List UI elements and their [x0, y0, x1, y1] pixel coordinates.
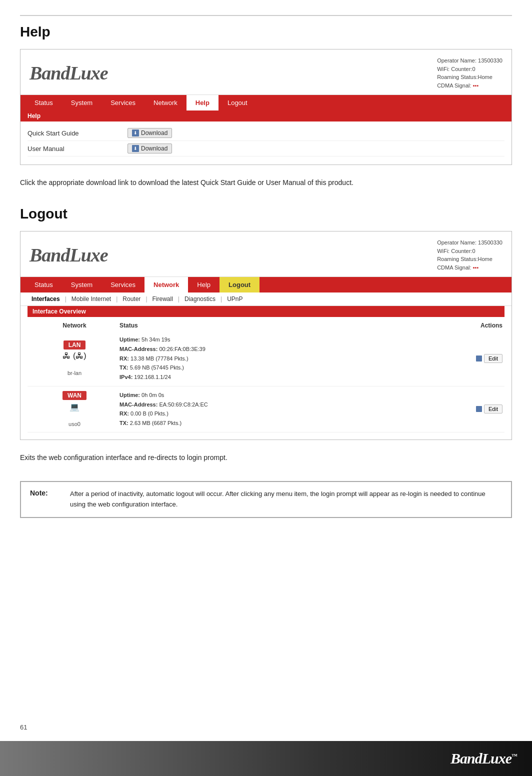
nav-status-help[interactable]: Status	[26, 95, 62, 110]
quickstart-label: Quick Start Guide	[28, 130, 128, 137]
router-box-logout: BandLuxe Operator Name: 13500330 WiFi: C…	[20, 231, 512, 440]
footer-logo: BandLuxe™	[450, 750, 517, 767]
edit-button-wan[interactable]: Edit	[484, 404, 502, 414]
subnav-upnp[interactable]: UPnP	[223, 296, 246, 302]
iface-network-cell-lan: LAN 🖧 (🖧) br-lan	[30, 340, 120, 376]
wan-icon: 💻	[30, 402, 120, 412]
iface-column-headers: Network Status Actions	[28, 322, 504, 329]
col-actions-label: Actions	[442, 322, 502, 329]
subnav-interfaces[interactable]: Interfaces	[28, 296, 64, 302]
nav-system-logout[interactable]: System	[62, 277, 102, 292]
operator-info-logout: Operator Name: 13500330 WiFi: Counter:0 …	[437, 238, 502, 272]
edit-button-lan[interactable]: Edit	[484, 354, 502, 363]
help-row-quickstart: Quick Start Guide ⬇ Download	[28, 126, 504, 141]
wan-mac: MAC-Address: EA:50:69:C8:2A:EC	[120, 400, 442, 410]
interface-section: Interface Overview Network Status Action…	[28, 306, 504, 432]
iface-network-cell-wan: WAN 💻 uso0	[30, 391, 120, 428]
operator-info-help: Operator Name: 13500330 WiFi: Counter:0 …	[437, 56, 502, 90]
lan-ipv4: IPv4: 192.168.1.1/24	[120, 372, 442, 382]
page-content: Help BandLuxe Operator Name: 13500330 Wi…	[0, 0, 532, 576]
operator-name-help: Operator Name: 13500330	[437, 56, 502, 65]
wan-name: uso0	[68, 421, 80, 427]
iface-row-wan: WAN 💻 uso0 Uptime: 0h 0m 0s MAC-Address:…	[28, 386, 504, 432]
footer: BandLuxe™	[0, 741, 532, 776]
sep3: |	[144, 296, 148, 302]
col-network-label: Network	[30, 322, 120, 329]
wan-rx: RX: 0.00 B (0 Pkts.)	[120, 409, 442, 418]
logo-text-help: BandLuxe	[30, 62, 108, 84]
help-section-title: Help	[20, 24, 512, 40]
roaming-status-help: Roaming Status:Home	[437, 73, 502, 82]
note-text: After a period of inactivity, automatic …	[70, 489, 502, 510]
sub-nav-logout: Interfaces | Mobile Internet | Router | …	[20, 292, 512, 306]
sep1: |	[64, 296, 68, 302]
sep5: |	[220, 296, 223, 302]
badge-lan: LAN	[64, 340, 86, 350]
operator-name-logout: Operator Name: 13500330	[437, 238, 502, 247]
iface-row-lan: LAN 🖧 (🖧) br-lan Uptime: 5h 34m 19s MAC-…	[28, 331, 504, 386]
quickstart-download-button[interactable]: ⬇ Download	[128, 128, 172, 138]
router-header-help: BandLuxe Operator Name: 13500330 WiFi: C…	[20, 50, 512, 95]
nav-system-help[interactable]: System	[62, 95, 102, 110]
help-body-text: Click the appropriate download link to d…	[20, 177, 512, 188]
page-number: 61	[20, 724, 27, 731]
iface-status-lan: Uptime: 5h 34m 19s MAC-Address: 00:26:FA…	[120, 335, 442, 382]
nav-services-help[interactable]: Services	[102, 95, 144, 110]
edit-icon-lan	[476, 356, 482, 362]
nav-logout-highlighted[interactable]: Logout	[220, 277, 260, 292]
badge-wan: WAN	[62, 391, 86, 400]
download-icon-quickstart: ⬇	[132, 130, 139, 136]
sep4: |	[177, 296, 180, 302]
usermanual-download-button[interactable]: ⬇ Download	[128, 144, 172, 154]
col-status-label: Status	[120, 322, 442, 329]
top-rule	[20, 15, 512, 16]
iface-actions-wan: Edit	[442, 404, 502, 414]
lan-uptime: Uptime: 5h 34m 19s	[120, 335, 442, 344]
iface-status-wan: Uptime: 0h 0m 0s MAC-Address: EA:50:69:C…	[120, 390, 442, 428]
subnav-router[interactable]: Router	[118, 296, 144, 302]
subnav-mobile-internet[interactable]: Mobile Internet	[68, 296, 115, 302]
wan-tx: TX: 2.63 MB (6687 Pkts.)	[120, 418, 442, 428]
nav-network-help[interactable]: Network	[144, 95, 186, 110]
nav-help-active[interactable]: Help	[186, 95, 218, 110]
lan-icon: 🖧 (🖧)	[30, 352, 120, 360]
note-box: Note: After a period of inactivity, auto…	[20, 481, 512, 518]
bandluxe-logo-help: BandLuxe	[30, 62, 108, 84]
bandluxe-logo-logout: BandLuxe	[30, 244, 108, 266]
nav-bar-help: Status System Services Network Help Logo…	[20, 95, 512, 110]
logout-section-title: Logout	[20, 206, 512, 222]
nav-logout-help[interactable]: Logout	[218, 95, 256, 110]
iface-actions-lan: Edit	[442, 354, 502, 363]
edit-icon-wan	[476, 406, 482, 412]
nav-services-logout[interactable]: Services	[102, 277, 144, 292]
router-header-logout: BandLuxe Operator Name: 13500330 WiFi: C…	[20, 232, 512, 277]
lan-tx: TX: 5.69 NB (57445 Pkts.)	[120, 363, 442, 372]
subnav-diagnostics[interactable]: Diagnostics	[180, 296, 220, 302]
lan-name: br-lan	[68, 370, 82, 376]
logo-text-logout: BandLuxe	[30, 244, 108, 266]
router-box-help: BandLuxe Operator Name: 13500330 WiFi: C…	[20, 49, 512, 165]
nav-network-logout-active[interactable]: Network	[144, 277, 188, 292]
cdma-signal-help: CDMA Signal: ▪▪▪	[437, 82, 502, 90]
help-table: Quick Start Guide ⬇ Download User Manual…	[20, 122, 512, 164]
wan-uptime: Uptime: 0h 0m 0s	[120, 390, 442, 400]
download-icon-usermanual: ⬇	[132, 145, 139, 152]
help-row-usermanual: User Manual ⬇ Download	[28, 141, 504, 156]
router-content-help: Help Quick Start Guide ⬇ Download User M…	[20, 110, 512, 164]
cdma-signal-logout: CDMA Signal: ▪▪▪	[437, 264, 502, 272]
logout-body-text: Exits the web configuration interface an…	[20, 452, 512, 463]
lan-rx: RX: 13.38 MB (77784 Pkts.)	[120, 354, 442, 364]
roaming-status-logout: Roaming Status:Home	[437, 255, 502, 264]
usermanual-label: User Manual	[28, 145, 128, 152]
note-label: Note:	[30, 489, 70, 510]
subnav-firewall[interactable]: Firewall	[148, 296, 177, 302]
content-header-help: Help	[20, 110, 512, 122]
lan-mac: MAC-Address: 00:26:FA:0B:3E:39	[120, 344, 442, 354]
nav-status-logout[interactable]: Status	[26, 277, 62, 292]
wifi-counter-logout: WiFi: Counter:0	[437, 247, 502, 256]
footer-tm: ™	[512, 752, 517, 760]
wifi-counter-help: WiFi: Counter:0	[437, 65, 502, 74]
nav-bar-logout: Status System Services Network Help Logo…	[20, 277, 512, 292]
interface-overview-header: Interface Overview	[28, 306, 504, 317]
nav-help-logout[interactable]: Help	[188, 277, 220, 292]
